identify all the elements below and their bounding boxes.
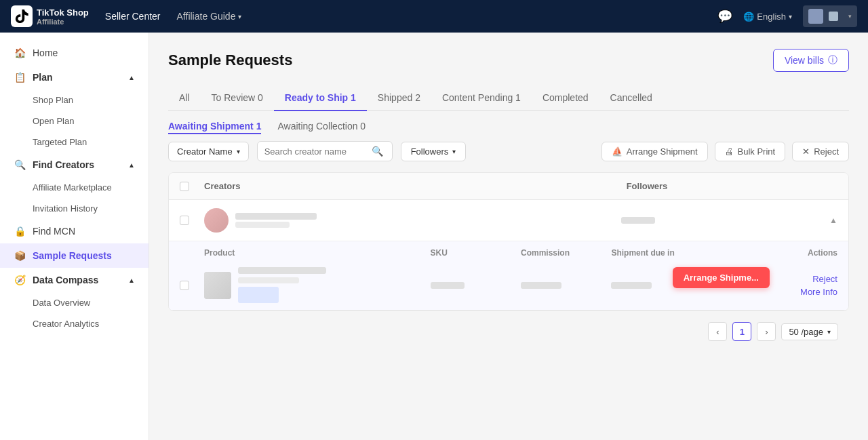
brand-name: TikTok Shop — [37, 7, 89, 18]
tab-to-review[interactable]: To Review 0 — [201, 85, 274, 111]
pr-actions: Arrange Shipme... Reject More Info — [724, 274, 837, 297]
ph-shipment: Shipment due in — [611, 248, 724, 258]
per-page-chevron-icon: ▾ — [827, 328, 831, 336]
shipment-placeholder — [611, 282, 652, 289]
tab-cancelled[interactable]: Cancelled — [599, 85, 663, 111]
avatar-image2 — [829, 12, 838, 21]
topnav: TikTok Shop Affiliate Seller Center Affi… — [0, 0, 868, 33]
page-1-button[interactable]: 1 — [732, 322, 751, 341]
sample-requests-icon: 📦 — [14, 249, 26, 262]
sidebar-item-shop-plan[interactable]: Shop Plan — [0, 89, 149, 111]
sample-requests-table: Creators Followers — [168, 172, 849, 311]
bill-icon: ⓘ — [828, 54, 837, 66]
find-creators-children: Affiliate Marketplace Invitation History — [0, 177, 149, 219]
data-compass-chevron-icon: ▲ — [128, 277, 135, 284]
lang-chevron-icon: ▾ — [789, 13, 792, 20]
pagination: ‹ 1 › 50 /page ▾ — [168, 311, 849, 352]
row-expand-button[interactable]: ▲ — [829, 216, 837, 225]
col-header-creators: Creators — [204, 181, 627, 191]
arrange-shipment-button[interactable]: ⛵ Arrange Shipment — [601, 142, 708, 161]
ph-product: Product — [204, 248, 431, 258]
view-bills-button[interactable]: View bills ⓘ — [773, 49, 849, 72]
language-selector[interactable]: 🌐 English ▾ — [743, 12, 792, 22]
followers-filter[interactable]: Followers ▾ — [401, 142, 467, 161]
more-info-action-link[interactable]: More Info — [800, 287, 837, 297]
tab-all[interactable]: All — [168, 85, 201, 111]
sidebar-group-plan[interactable]: 📋 Plan ▲ — [0, 65, 149, 89]
subtab-awaiting-shipment[interactable]: Awaiting Shipment 1 — [168, 121, 261, 134]
sidebar-item-invitation-history[interactable]: Invitation History — [0, 198, 149, 219]
tab-ready-to-ship[interactable]: Ready to Ship 1 — [274, 85, 367, 111]
chat-icon[interactable]: 💬 — [717, 9, 732, 24]
sidebar-item-creator-analytics[interactable]: Creator Analytics — [0, 313, 149, 334]
avatar-image — [808, 9, 823, 24]
creator-name-filter[interactable]: Creator Name ▾ — [168, 142, 249, 161]
pr-checkbox-cell — [180, 281, 204, 290]
sidebar-group-data-compass[interactable]: 🧭 Data Compass ▲ — [0, 268, 149, 292]
product-name-bar1 — [238, 267, 326, 274]
close-icon: ✕ — [802, 146, 810, 157]
product-tag-bar — [238, 287, 279, 303]
tab-shipped[interactable]: Shipped 2 — [367, 85, 431, 111]
ph-commission: Commission — [521, 248, 611, 258]
sidebar-item-sample-requests[interactable]: 📦 Sample Requests — [0, 243, 149, 268]
creator-info — [204, 208, 621, 233]
commission-placeholder — [521, 282, 561, 289]
reject-button[interactable]: ✕ Reject — [792, 142, 849, 161]
subtabs: Awaiting Shipment 1 Awaiting Collection … — [168, 111, 849, 141]
pr-commission — [521, 282, 611, 289]
user-avatar[interactable]: ▾ — [803, 5, 857, 27]
select-all-checkbox[interactable] — [180, 182, 189, 191]
product-subheader: Product SKU Commission Shipment due in A… — [169, 241, 848, 262]
sidebar-item-find-mcn[interactable]: 🔒 Find MCN — [0, 219, 149, 243]
sidebar-item-affiliate-marketplace[interactable]: Affiliate Marketplace — [0, 177, 149, 198]
product-name-bars — [238, 267, 326, 303]
reject-action-link[interactable]: Reject — [812, 274, 837, 284]
globe-icon: 🌐 — [743, 12, 754, 22]
search-icon: 🔍 — [372, 146, 383, 157]
find-creators-chevron-icon: ▲ — [128, 161, 135, 169]
per-page-selector[interactable]: 50 /page ▾ — [781, 323, 838, 340]
sidebar-item-targeted-plan[interactable]: Targeted Plan — [0, 132, 149, 153]
data-compass-children: Data Overview Creator Analytics — [0, 292, 149, 334]
sidebar: 🏠 Home 📋 Plan ▲ Shop Plan Open Plan Targ… — [0, 33, 149, 440]
logo: TikTok Shop Affiliate — [11, 5, 89, 27]
page-header: Sample Requests View bills ⓘ — [168, 49, 849, 72]
next-page-button[interactable]: › — [757, 322, 776, 341]
pr-sku — [431, 282, 521, 289]
creator-name-placeholder — [235, 213, 317, 220]
product-subrow: Product SKU Commission Shipment due in A… — [169, 241, 848, 310]
avatar-chevron-icon: ▾ — [848, 13, 852, 20]
search-input[interactable] — [264, 146, 366, 157]
arrange-shipment-popup-button[interactable]: Arrange Shipme... — [673, 267, 770, 288]
creator-avatar-image — [204, 208, 229, 233]
main-tabs: All To Review 0 Ready to Ship 1 Shipped … — [168, 85, 849, 111]
filter-chevron-icon: ▾ — [237, 148, 240, 155]
find-creators-icon: 🔍 — [14, 159, 26, 171]
prev-page-button[interactable]: ‹ — [708, 322, 727, 341]
find-mcn-icon: 🔒 — [14, 225, 26, 237]
sidebar-item-open-plan[interactable]: Open Plan — [0, 111, 149, 132]
sidebar-group-find-creators[interactable]: 🔍 Find Creators ▲ — [0, 153, 149, 177]
page-title: Sample Requests — [168, 52, 292, 69]
tab-content-pending[interactable]: Content Pending 1 — [431, 85, 532, 111]
sidebar-item-home[interactable]: 🏠 Home — [0, 41, 149, 65]
creator-details — [235, 213, 317, 228]
product-row: Arrange Shipme... Reject More Info — [169, 262, 848, 310]
product-checkbox[interactable] — [180, 281, 189, 290]
data-compass-icon: 🧭 — [14, 274, 26, 286]
affiliate-guide-link[interactable]: Affiliate Guide ▾ — [177, 11, 242, 22]
seller-center-link[interactable]: Seller Center — [105, 11, 161, 22]
followers-chevron-icon: ▾ — [452, 148, 456, 155]
bulk-print-button[interactable]: 🖨 Bulk Print — [715, 142, 786, 161]
creator-checkbox[interactable] — [180, 216, 189, 225]
sidebar-item-data-overview[interactable]: Data Overview — [0, 292, 149, 313]
tab-completed[interactable]: Completed — [532, 85, 599, 111]
subtab-awaiting-collection[interactable]: Awaiting Collection 0 — [277, 121, 366, 134]
plan-icon: 📋 — [14, 71, 26, 83]
topnav-links: Seller Center Affiliate Guide ▾ — [105, 11, 702, 22]
search-input-wrap[interactable]: 🔍 — [257, 141, 393, 161]
header-checkbox-cell — [180, 182, 204, 191]
print-icon: 🖨 — [725, 146, 734, 157]
creator-followers — [621, 217, 829, 224]
